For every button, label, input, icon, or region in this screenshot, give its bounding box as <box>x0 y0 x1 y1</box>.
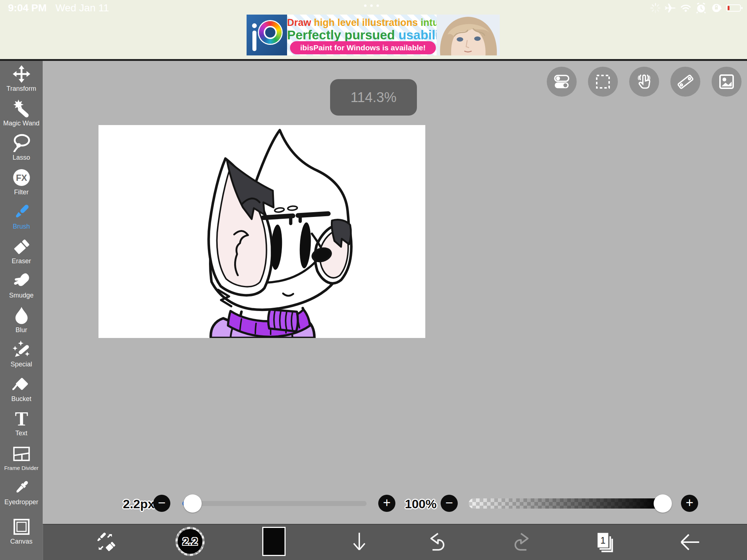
sidebar-item-eraser[interactable]: Eraser <box>0 234 43 268</box>
ibispaint-logo <box>247 15 287 55</box>
dashed-selection-icon <box>594 73 612 90</box>
brush-icon <box>12 202 31 222</box>
sidebar-label: Blur <box>15 326 27 334</box>
sidebar-item-frame-divider[interactable]: Frame Divider <box>0 440 43 475</box>
redo-button[interactable] <box>508 524 537 560</box>
clock-time: 9:04 PM <box>8 2 47 14</box>
artwork-fox-character <box>98 125 425 338</box>
sidebar-label: Eraser <box>12 257 31 265</box>
sidebar-item-magic-wand[interactable]: Magic Wand <box>0 96 43 130</box>
brush-size-slider-knob[interactable] <box>183 494 202 513</box>
top-bar-divider <box>0 59 747 61</box>
pull-down-button[interactable] <box>345 524 374 560</box>
sidebar-label: Canvas <box>10 538 32 545</box>
finger-tap-icon <box>635 73 653 90</box>
sidebar-item-eyedropper[interactable]: Eyedropper <box>0 475 43 509</box>
opacity-value: 100% <box>405 497 436 511</box>
sidebar-label: Bucket <box>11 395 31 403</box>
special-icon <box>12 340 31 359</box>
svg-text:FX: FX <box>16 173 27 183</box>
selection-button[interactable] <box>588 67 618 97</box>
ad-headline: Draw high level illustrations intuitivel… <box>287 17 437 28</box>
ruler-icon <box>677 73 694 90</box>
sidebar-label: Frame Divider <box>4 465 38 471</box>
material-button[interactable] <box>712 67 742 97</box>
home-indicator-dots <box>364 4 379 7</box>
sidebar-label: Lasso <box>12 154 30 162</box>
filter-fx-icon: FX <box>12 168 31 187</box>
transform-icon <box>12 64 31 84</box>
sidebar-item-filter[interactable]: FX Filter <box>0 165 43 199</box>
opacity-increase-button[interactable]: + <box>681 495 698 512</box>
sidebar-item-special[interactable]: Special <box>0 337 43 371</box>
sidebar-label: Eyedropper <box>4 498 38 506</box>
activity-spinner-icon <box>650 3 661 15</box>
toggles-icon <box>553 73 570 90</box>
quick-settings-button[interactable] <box>547 67 577 97</box>
drawing-canvas[interactable] <box>98 125 425 338</box>
alarm-clock-icon <box>695 2 707 15</box>
svg-text:T: T <box>15 409 28 428</box>
brush-size-value: 2.2px <box>123 497 150 511</box>
frame-divider-icon <box>12 444 31 464</box>
sidebar-label: Brush <box>13 223 30 230</box>
lasso-icon <box>12 133 31 153</box>
magic-wand-icon <box>12 99 31 118</box>
material-image-icon <box>718 73 735 90</box>
ad-cta-pill[interactable]: ibisPaint for Windows is available! <box>290 41 436 54</box>
down-arrow-icon <box>349 531 369 553</box>
ad-subheadline: Perfectly pursued usability! <box>287 28 437 42</box>
sidebar-item-bucket[interactable]: Bucket <box>0 372 43 406</box>
ad-banner[interactable]: Draw high level illustrations intuitivel… <box>247 15 500 55</box>
ad-word-perfectly: Perfectly pursued <box>287 28 398 42</box>
ad-word-high: high level illustrations <box>311 17 421 28</box>
text-icon: T <box>12 409 31 428</box>
sidebar-label: Transform <box>7 85 36 93</box>
status-icons <box>650 2 743 15</box>
smudge-icon <box>12 271 31 291</box>
ad-character-image <box>437 15 500 55</box>
zoom-level-indicator: 114.3% <box>330 79 417 116</box>
sidebar-item-transform[interactable]: Transform <box>0 61 43 96</box>
finger-gesture-button[interactable] <box>629 67 659 97</box>
layers-icon: 1 <box>593 530 616 554</box>
brush-size-increase-button[interactable]: + <box>378 495 395 512</box>
sidebar-item-smudge[interactable]: Smudge <box>0 268 43 302</box>
sidebar-label: Text <box>15 429 27 437</box>
bottom-toolbar <box>43 524 747 560</box>
sidebar-label: Magic Wand <box>3 120 39 127</box>
undo-button[interactable] <box>422 524 451 560</box>
brush-preview-button[interactable]: 2.2 <box>175 527 205 556</box>
opacity-slider-knob[interactable] <box>654 494 672 513</box>
sidebar-item-blur[interactable]: Blur <box>0 303 43 337</box>
brush-eraser-swap-icon <box>94 531 117 553</box>
canvas-icon <box>12 517 31 537</box>
brush-size-badge: 2.2 <box>182 535 198 548</box>
ruler-button[interactable] <box>670 67 700 97</box>
layer-number: 1 <box>600 535 605 545</box>
sidebar-label: Special <box>11 361 32 368</box>
sidebar-item-text[interactable]: T Text <box>0 406 43 440</box>
airplane-mode-icon <box>665 2 676 15</box>
opacity-slider-track[interactable] <box>469 498 660 509</box>
sidebar-label: Smudge <box>9 292 34 299</box>
sidebar-item-brush[interactable]: Brush <box>0 199 43 233</box>
sidebar-item-lasso[interactable]: Lasso <box>0 130 43 164</box>
clock-date: Wed Jan 11 <box>55 2 109 14</box>
brush-size-slider-track[interactable] <box>182 501 367 506</box>
current-color-swatch[interactable] <box>262 527 286 556</box>
eraser-icon <box>12 237 31 256</box>
layers-button[interactable]: 1 <box>590 524 619 560</box>
bucket-icon <box>12 374 31 394</box>
back-arrow-icon <box>678 531 701 553</box>
tool-swap-button[interactable] <box>91 524 120 560</box>
eyedropper-icon <box>12 478 31 497</box>
sidebar-item-canvas[interactable]: Canvas <box>0 514 43 548</box>
redo-icon <box>511 531 533 553</box>
color-wheel-logo <box>259 21 282 44</box>
back-button[interactable] <box>675 524 704 560</box>
brush-size-decrease-button[interactable]: − <box>153 495 170 512</box>
undo-icon <box>426 531 448 553</box>
ad-word-draw: Draw <box>287 17 311 28</box>
opacity-decrease-button[interactable]: − <box>441 495 458 512</box>
